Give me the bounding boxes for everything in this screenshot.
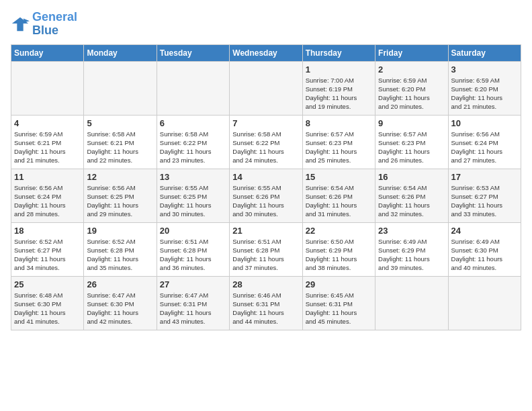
calendar-cell: 29Sunrise: 6:45 AM Sunset: 6:31 PM Dayli… (302, 276, 375, 330)
day-number: 5 (87, 118, 153, 128)
calendar-cell: 19Sunrise: 6:52 AM Sunset: 6:28 PM Dayli… (84, 222, 157, 276)
calendar-cell: 2Sunrise: 6:59 AM Sunset: 6:20 PM Daylig… (375, 61, 448, 115)
calendar-cell: 26Sunrise: 6:47 AM Sunset: 6:30 PM Dayli… (84, 276, 157, 330)
day-info: Sunrise: 6:49 AM Sunset: 6:30 PM Dayligh… (451, 237, 518, 273)
calendar-cell: 27Sunrise: 6:47 AM Sunset: 6:31 PM Dayli… (157, 276, 229, 330)
calendar-cell: 28Sunrise: 6:46 AM Sunset: 6:31 PM Dayli… (230, 276, 302, 330)
calendar-cell: 20Sunrise: 6:51 AM Sunset: 6:28 PM Dayli… (157, 222, 229, 276)
day-info: Sunrise: 6:52 AM Sunset: 6:27 PM Dayligh… (14, 237, 81, 273)
calendar-cell: 8Sunrise: 6:57 AM Sunset: 6:23 PM Daylig… (302, 115, 375, 169)
day-header-wednesday: Wednesday (230, 44, 302, 61)
calendar-cell (448, 276, 521, 330)
week-row-5: 25Sunrise: 6:48 AM Sunset: 6:30 PM Dayli… (11, 276, 521, 330)
week-row-3: 11Sunrise: 6:56 AM Sunset: 6:24 PM Dayli… (11, 169, 521, 222)
header-row: SundayMondayTuesdayWednesdayThursdayFrid… (11, 44, 521, 61)
day-info: Sunrise: 6:58 AM Sunset: 6:22 PM Dayligh… (160, 130, 226, 165)
day-number: 6 (160, 118, 226, 128)
calendar-cell: 4Sunrise: 6:59 AM Sunset: 6:21 PM Daylig… (11, 115, 84, 169)
day-info: Sunrise: 6:49 AM Sunset: 6:29 PM Dayligh… (378, 237, 445, 273)
calendar-cell: 23Sunrise: 6:49 AM Sunset: 6:29 PM Dayli… (375, 222, 448, 276)
day-info: Sunrise: 6:47 AM Sunset: 6:30 PM Dayligh… (87, 291, 153, 326)
calendar-cell: 3Sunrise: 6:59 AM Sunset: 6:20 PM Daylig… (448, 61, 521, 115)
day-header-friday: Friday (375, 44, 448, 61)
day-info: Sunrise: 6:59 AM Sunset: 6:20 PM Dayligh… (378, 76, 445, 111)
day-info: Sunrise: 6:50 AM Sunset: 6:29 PM Dayligh… (306, 237, 372, 273)
day-info: Sunrise: 6:55 AM Sunset: 6:25 PM Dayligh… (160, 183, 226, 219)
day-header-thursday: Thursday (302, 44, 375, 61)
calendar-cell: 16Sunrise: 6:54 AM Sunset: 6:26 PM Dayli… (375, 169, 448, 222)
day-number: 22 (306, 226, 372, 236)
day-info: Sunrise: 7:00 AM Sunset: 6:19 PM Dayligh… (306, 76, 372, 111)
day-info: Sunrise: 6:59 AM Sunset: 6:20 PM Dayligh… (451, 76, 518, 111)
calendar-cell (230, 61, 302, 115)
svg-marker-0 (12, 17, 28, 32)
calendar-cell: 5Sunrise: 6:58 AM Sunset: 6:21 PM Daylig… (84, 115, 157, 169)
day-info: Sunrise: 6:59 AM Sunset: 6:21 PM Dayligh… (14, 130, 81, 165)
header: General Blue (11, 11, 521, 38)
calendar-cell: 11Sunrise: 6:56 AM Sunset: 6:24 PM Dayli… (11, 169, 84, 222)
day-info: Sunrise: 6:51 AM Sunset: 6:28 PM Dayligh… (232, 237, 299, 273)
day-number: 1 (306, 64, 372, 75)
day-number: 12 (87, 172, 153, 182)
calendar-cell (84, 61, 157, 115)
day-number: 23 (378, 226, 445, 236)
day-info: Sunrise: 6:58 AM Sunset: 6:22 PM Dayligh… (232, 130, 299, 165)
day-number: 16 (378, 172, 445, 182)
day-info: Sunrise: 6:46 AM Sunset: 6:31 PM Dayligh… (232, 291, 299, 326)
calendar-cell (157, 61, 229, 115)
calendar-cell (11, 61, 84, 115)
day-number: 10 (451, 118, 518, 128)
calendar-cell: 1Sunrise: 7:00 AM Sunset: 6:19 PM Daylig… (302, 61, 375, 115)
day-number: 7 (232, 118, 299, 128)
day-info: Sunrise: 6:54 AM Sunset: 6:26 PM Dayligh… (378, 183, 445, 219)
day-number: 27 (160, 279, 226, 289)
day-number: 21 (232, 226, 299, 236)
calendar-table: SundayMondayTuesdayWednesdayThursdayFrid… (11, 44, 521, 330)
day-number: 19 (87, 226, 153, 236)
calendar-cell: 7Sunrise: 6:58 AM Sunset: 6:22 PM Daylig… (230, 115, 302, 169)
day-number: 18 (14, 226, 81, 236)
logo: General Blue (11, 11, 77, 38)
day-header-saturday: Saturday (448, 44, 521, 61)
day-number: 2 (378, 64, 445, 75)
day-number: 8 (306, 118, 372, 128)
calendar-cell: 24Sunrise: 6:49 AM Sunset: 6:30 PM Dayli… (448, 222, 521, 276)
day-info: Sunrise: 6:56 AM Sunset: 6:24 PM Dayligh… (14, 183, 81, 219)
logo-icon (11, 15, 30, 34)
day-number: 14 (232, 172, 299, 182)
day-number: 4 (14, 118, 81, 128)
day-number: 9 (378, 118, 445, 128)
day-header-sunday: Sunday (11, 44, 84, 61)
day-info: Sunrise: 6:51 AM Sunset: 6:28 PM Dayligh… (160, 237, 226, 273)
calendar-cell: 14Sunrise: 6:55 AM Sunset: 6:26 PM Dayli… (230, 169, 302, 222)
day-info: Sunrise: 6:55 AM Sunset: 6:26 PM Dayligh… (232, 183, 299, 219)
calendar-cell (375, 276, 448, 330)
day-info: Sunrise: 6:45 AM Sunset: 6:31 PM Dayligh… (306, 291, 372, 326)
day-info: Sunrise: 6:56 AM Sunset: 6:24 PM Dayligh… (451, 130, 518, 165)
logo-text: General Blue (32, 11, 77, 38)
day-number: 25 (14, 279, 81, 289)
day-header-tuesday: Tuesday (157, 44, 229, 61)
calendar-cell: 9Sunrise: 6:57 AM Sunset: 6:23 PM Daylig… (375, 115, 448, 169)
calendar-cell: 6Sunrise: 6:58 AM Sunset: 6:22 PM Daylig… (157, 115, 229, 169)
day-number: 15 (306, 172, 372, 182)
day-info: Sunrise: 6:52 AM Sunset: 6:28 PM Dayligh… (87, 237, 153, 273)
calendar-cell: 25Sunrise: 6:48 AM Sunset: 6:30 PM Dayli… (11, 276, 84, 330)
day-info: Sunrise: 6:58 AM Sunset: 6:21 PM Dayligh… (87, 130, 153, 165)
day-info: Sunrise: 6:47 AM Sunset: 6:31 PM Dayligh… (160, 291, 226, 326)
calendar-cell: 10Sunrise: 6:56 AM Sunset: 6:24 PM Dayli… (448, 115, 521, 169)
calendar-cell: 13Sunrise: 6:55 AM Sunset: 6:25 PM Dayli… (157, 169, 229, 222)
day-info: Sunrise: 6:56 AM Sunset: 6:25 PM Dayligh… (87, 183, 153, 219)
day-info: Sunrise: 6:48 AM Sunset: 6:30 PM Dayligh… (14, 291, 81, 326)
day-info: Sunrise: 6:57 AM Sunset: 6:23 PM Dayligh… (378, 130, 445, 165)
day-header-monday: Monday (84, 44, 157, 61)
day-info: Sunrise: 6:54 AM Sunset: 6:26 PM Dayligh… (306, 183, 372, 219)
week-row-2: 4Sunrise: 6:59 AM Sunset: 6:21 PM Daylig… (11, 115, 521, 169)
day-number: 11 (14, 172, 81, 182)
day-number: 26 (87, 279, 153, 289)
day-info: Sunrise: 6:53 AM Sunset: 6:27 PM Dayligh… (451, 183, 518, 219)
day-number: 28 (232, 279, 299, 289)
day-number: 3 (451, 64, 518, 75)
day-number: 24 (451, 226, 518, 236)
calendar-cell: 18Sunrise: 6:52 AM Sunset: 6:27 PM Dayli… (11, 222, 84, 276)
